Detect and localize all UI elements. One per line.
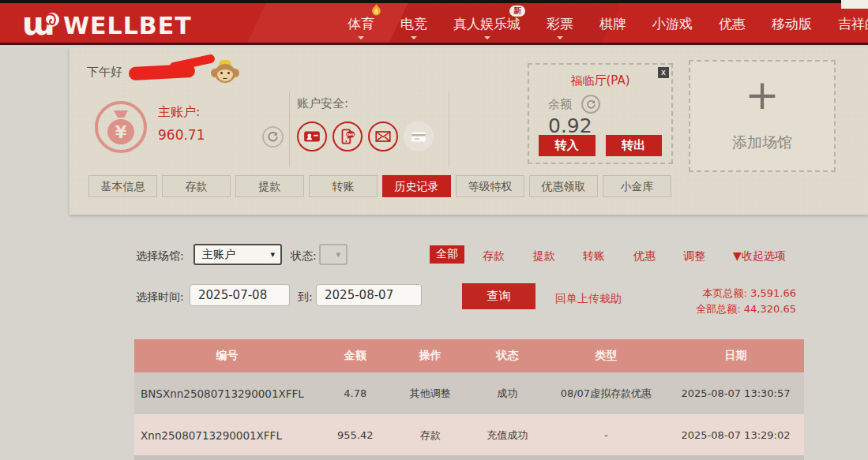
main-account-info: 主账户: 960.71 xyxy=(158,104,205,143)
tab-basic-info[interactable]: 基本信息 xyxy=(88,175,157,197)
filter-transfer[interactable]: 转账 xyxy=(583,249,605,264)
nav-item-label: 体育 xyxy=(348,15,374,33)
totals-block: 本页总额: 3,591.66 全部总额: 44,320.65 xyxy=(632,286,796,317)
page: ɯ WELLBET 体育 电竞 新 真人娱乐城 xyxy=(0,0,868,460)
tab-withdraw[interactable]: 提款 xyxy=(235,175,304,197)
tab-vault[interactable]: 小金库 xyxy=(603,175,671,197)
tab-history[interactable]: 历史记录 xyxy=(382,175,451,197)
nav-item-board-games[interactable]: 棋牌 xyxy=(599,3,626,45)
cell-status: 充值成功 xyxy=(470,414,545,456)
tab-vip[interactable]: 等级特权 xyxy=(456,175,524,197)
venue-card-title: 福临厅(PA) xyxy=(529,73,671,88)
col-header-status: 状态 xyxy=(470,339,545,372)
col-header-date: 日期 xyxy=(667,339,804,372)
nav-item-sports[interactable]: 体育 xyxy=(348,3,374,45)
filter-promo[interactable]: 优惠 xyxy=(633,249,656,264)
chevron-down-icon: ▾ xyxy=(270,249,275,260)
date-to-input[interactable] xyxy=(316,284,422,306)
all-total-line: 全部总额: 44,320.65 xyxy=(632,301,796,317)
venue-card: x 福临厅(PA) 余额 0.92 转入 转出 xyxy=(528,63,673,164)
main-account-balance: 960.71 xyxy=(158,127,205,143)
chevron-down-icon xyxy=(411,36,417,43)
filter-deposit[interactable]: 存款 xyxy=(483,249,505,264)
wellbet-logo-mark: ɯ xyxy=(22,9,62,41)
main-navbar: ɯ WELLBET 体育 电竞 新 真人娱乐城 xyxy=(0,3,868,45)
col-header-amount: 金额 xyxy=(320,339,391,372)
history-table: 编号 金额 操作 状态 类型 日期 BNSXnn25080713290001XF… xyxy=(134,339,804,456)
chevron-down-icon xyxy=(358,36,364,43)
filter-withdraw[interactable]: 提款 xyxy=(533,249,555,264)
account-tabs: 基本信息 存款 提款 转账 历史记录 等级特权 优惠领取 小金库 xyxy=(88,175,671,197)
cell-amount: 955.42 xyxy=(320,414,391,456)
cell-date: 2025-08-07 13:30:57 xyxy=(667,372,804,414)
bank-card-icon[interactable] xyxy=(404,122,434,151)
to-label: 到: xyxy=(298,290,313,305)
refresh-balance-button[interactable] xyxy=(262,126,284,148)
filter-all[interactable]: 全部 xyxy=(430,245,464,264)
yuan-glyph: ¥ xyxy=(115,123,127,142)
email-icon[interactable] xyxy=(368,122,398,151)
status-select-label: 状态: xyxy=(291,249,317,264)
status-select[interactable]: ▾ xyxy=(319,244,348,265)
refresh-icon xyxy=(267,131,279,143)
nav-menu: 体育 电竞 新 真人娱乐城 彩票 棋牌 小游戏 xyxy=(348,3,868,45)
chevron-down-icon: ▾ xyxy=(336,249,340,260)
nav-item-label: 优惠 xyxy=(719,15,746,33)
tab-deposit[interactable]: 存款 xyxy=(162,175,231,197)
venue-refresh-button[interactable] xyxy=(581,95,600,114)
tab-transfer[interactable]: 转账 xyxy=(309,175,378,197)
corner-box xyxy=(841,0,868,9)
monkey-emoji-icon xyxy=(212,60,238,84)
date-from-input[interactable] xyxy=(190,284,290,306)
nav-item-mobile[interactable]: 移动版 xyxy=(772,3,812,45)
search-button[interactable]: 查询 xyxy=(462,283,535,309)
nav-item-esports[interactable]: 电竞 xyxy=(400,3,427,45)
cell-type: - xyxy=(545,414,667,456)
chevron-down-icon xyxy=(484,36,490,43)
nav-item-label: 移动版 xyxy=(772,15,812,33)
nav-item-promotions[interactable]: 优惠 xyxy=(719,3,746,45)
cell-type: 08/07虚拟存款优惠 xyxy=(545,372,667,414)
cell-id: BNSXnn25080713290001XFFL xyxy=(134,372,320,414)
nav-item-label: 彩票 xyxy=(547,15,573,33)
nav-item-label: 真人娱乐城 xyxy=(453,15,520,33)
transfer-out-button[interactable]: 转出 xyxy=(606,135,663,156)
transfer-in-button[interactable]: 转入 xyxy=(539,135,596,156)
cell-amount: 4.78 xyxy=(320,372,391,414)
plus-icon: + xyxy=(690,74,834,115)
venue-select[interactable]: 主账户 ▾ xyxy=(194,244,282,265)
tab-promo-claim[interactable]: 优惠领取 xyxy=(529,175,598,197)
filter-adjust[interactable]: 调整 xyxy=(683,249,705,264)
table-row: BNSXnn25080713290001XFFL 4.78 其他调整 成功 08… xyxy=(134,372,804,414)
chevron-down-icon xyxy=(557,36,563,43)
venue-balance-label: 余额 xyxy=(548,97,572,112)
nav-item-label: 小游戏 xyxy=(652,15,693,33)
venue-select-label: 选择场馆: xyxy=(136,249,184,264)
divider xyxy=(289,92,290,167)
table-header-row: 编号 金额 操作 状态 类型 日期 xyxy=(134,339,804,372)
nav-item-live-casino[interactable]: 新 真人娱乐城 xyxy=(453,3,520,45)
logo-text: WELLBET xyxy=(63,12,192,39)
new-badge: 新 xyxy=(509,6,525,17)
nav-item-label: 棋牌 xyxy=(599,15,626,33)
collapse-options-link[interactable]: ▼收起选项 xyxy=(733,249,786,264)
id-card-icon[interactable] xyxy=(297,122,327,151)
nav-item-lottery[interactable]: 彩票 xyxy=(547,3,573,45)
add-venue-card[interactable]: + 添加场馆 xyxy=(689,60,836,172)
money-bag-icon: ¥ xyxy=(93,99,148,155)
receipt-upload-help-link[interactable]: 回单上传栽助 xyxy=(555,292,622,306)
cell-status: 成功 xyxy=(470,372,545,414)
nav-item-jixiang[interactable]: 吉祥的 xyxy=(838,3,868,45)
page-total-line: 本页总额: 3,591.66 xyxy=(632,286,796,301)
cell-id: Xnn25080713290001XFFL xyxy=(134,414,320,456)
wellbet-logo[interactable]: ɯ WELLBET xyxy=(22,8,192,43)
flame-icon xyxy=(371,4,381,19)
col-header-operation: 操作 xyxy=(391,339,470,372)
nav-item-mini-games[interactable]: 小游戏 xyxy=(652,3,693,45)
cell-operation: 其他调整 xyxy=(391,372,470,414)
sms-phone-icon[interactable]: SMS xyxy=(333,122,363,151)
close-icon[interactable]: x xyxy=(658,67,669,78)
account-security: 账户安全: SMS xyxy=(297,96,434,151)
add-venue-label: 添加场馆 xyxy=(690,133,834,153)
security-label: 账户安全: xyxy=(297,96,434,111)
